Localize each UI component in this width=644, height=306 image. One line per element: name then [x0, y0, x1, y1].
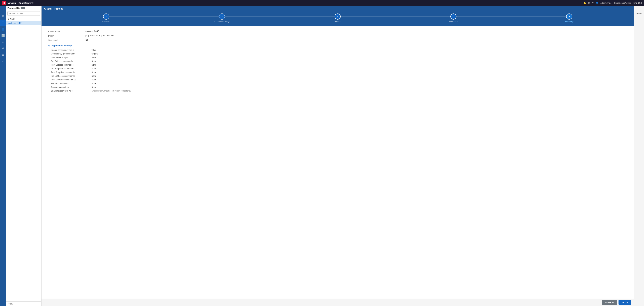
step-2-circle: 2 [219, 13, 225, 19]
nav-nodes[interactable]: ⊕ [0, 45, 6, 51]
mail-icon[interactable]: ✉ [588, 2, 590, 4]
app-settings-field-label: Enable consistency group [51, 49, 92, 51]
step-2-label: Application Settings [214, 20, 230, 23]
sidebar-table-header: ☰ Name [6, 17, 41, 21]
step-4-label: Notification [449, 20, 458, 23]
step-1-circle: 1 [103, 13, 109, 19]
wizard-stepper: 1 Resource 2 Application Settings 3 Poli… [42, 11, 634, 26]
app-settings-field-label: Post UnQuiesce commands [51, 79, 92, 81]
sidebar-plugin-row: PostgreSQL ▼ [6, 6, 41, 10]
app-settings-field-value: None [92, 67, 96, 70]
app-settings-field-row: Custom parametersNone [48, 86, 627, 88]
page-title: Cluster - Protect [44, 7, 63, 10]
send-email-value: No [86, 39, 88, 41]
netapp-logo: N [2, 1, 6, 5]
app-settings-field-value: None [92, 86, 96, 88]
app-brand: NetApp SnapCenter® [8, 2, 34, 4]
nav-hosts[interactable]: 👤 [0, 26, 6, 32]
cluster-name-row: Cluster name postgres_5432 [48, 30, 627, 33]
user-icon: 👤 [596, 2, 598, 4]
app-settings-field-value: false [92, 56, 96, 59]
cluster-name-value: postgres_5432 [86, 30, 99, 32]
step-1: 1 Resource [48, 13, 164, 23]
app-settings-field-value: Urgent [92, 53, 98, 55]
app-settings-section-header: ⊙ Application Settings [48, 44, 627, 47]
main-layout: ‹ ⊞ 🛡 👤 📊 ⬡ ⊕ ☰ ⚠ PostgreSQL ▼ ☰ Name po… [0, 6, 644, 306]
nav-topology[interactable]: ⬡ [0, 39, 6, 45]
info-icon: ℹ [638, 8, 640, 12]
nav-reports[interactable]: 📊 [0, 32, 6, 38]
app-settings-field-label: Pre Exit commands [51, 82, 92, 85]
app-settings-field-row: Snapshot copy tool typeSnapcenter withou… [48, 90, 627, 92]
details-label: Details [636, 12, 642, 14]
plugin-dropdown-btn[interactable]: ▼ [21, 7, 25, 9]
signout-link[interactable]: Sign Out [633, 2, 642, 4]
finish-button[interactable]: Finish [618, 300, 631, 305]
app-settings-field-value: None [92, 82, 96, 85]
app-settings-field-value: false [92, 49, 96, 51]
step-2: 2 Application Settings [164, 13, 280, 23]
user-name: administrator [600, 2, 612, 4]
step-5: 5 Summary [511, 13, 627, 23]
search-input[interactable] [8, 11, 40, 16]
nav-list[interactable]: ☰ [0, 52, 6, 58]
app-settings-field-label: Pre Quiesce commands [51, 60, 92, 62]
app-settings-icon: ⊙ [48, 44, 50, 47]
policy-row: Policy psql online backup: On demand [48, 34, 627, 37]
step-5-circle: 5 [566, 13, 572, 19]
sidebar: PostgreSQL ▼ ☰ Name postgres_5432 Total … [6, 6, 42, 306]
app-settings-field-row: Pre Snapshot commandsNone [48, 67, 627, 70]
app-settings-field-row: Post Snapshot commandsNone [48, 71, 627, 74]
step-4: 4 Notification [396, 13, 511, 23]
form-content: Cluster name postgres_5432 Policy psql o… [42, 26, 634, 299]
tenant-name: SnapCenterAdmin [614, 2, 631, 4]
top-bar: N NetApp SnapCenter® 🔔 ✉ ? 👤 administrat… [0, 0, 644, 6]
sidebar-item-postgres[interactable]: postgres_5432 [6, 21, 41, 25]
app-settings-field-row: Pre Exit commandsNone [48, 82, 627, 85]
content-area: Cluster - Protect 1 Resource 2 Applicati… [42, 6, 634, 306]
app-settings-field-label: Pre UnQuiesce commands [51, 75, 92, 77]
help-icon[interactable]: ? [592, 2, 594, 4]
step-3-circle: 3 [334, 13, 341, 19]
app-settings-field-label: Snapshot copy tool type [51, 90, 92, 92]
app-settings-field-row: Post UnQuiesce commandsNone [48, 79, 627, 81]
previous-button[interactable]: Previous [602, 300, 617, 305]
send-email-row: Send email No [48, 39, 627, 41]
app-settings-field-value: Snapcenter without File System consisten… [92, 90, 131, 92]
app-settings-field-label: Consistency group timeout [51, 53, 92, 55]
app-settings-field-row: Enable consistency groupfalse [48, 49, 627, 51]
step-3-label: Policies [334, 20, 341, 23]
policy-label: Policy [48, 34, 86, 37]
nav-dashboard[interactable]: ⊞ [0, 13, 6, 19]
sidebar-footer: Total 1 [6, 302, 41, 306]
icon-nav: ‹ ⊞ 🛡 👤 📊 ⬡ ⊕ ☰ ⚠ [0, 6, 6, 306]
app-settings-field-label: Post Quiesce commands [51, 64, 92, 66]
app-settings-field-row: Consistency group timeoutUrgent [48, 53, 627, 55]
cluster-name-label: Cluster name [48, 30, 86, 33]
plugin-name: PostgreSQL [8, 7, 20, 9]
sidebar-col-name: Name [10, 18, 16, 20]
app-settings-field-row: Disable WAFL syncfalse [48, 56, 627, 59]
app-settings-field-row: Pre Quiesce commandsNone [48, 60, 627, 62]
app-settings-field-value: None [92, 79, 96, 81]
step-1-label: Resource [102, 20, 110, 23]
nav-protection[interactable]: 🛡 [0, 19, 6, 26]
app-settings-field-label: Pre Snapshot commands [51, 67, 92, 70]
nav-collapse[interactable]: ‹ [0, 7, 6, 13]
app-settings-field-value: None [92, 64, 96, 66]
details-panel: ℹ Details [634, 6, 644, 306]
app-settings-field-row: Pre UnQuiesce commandsNone [48, 75, 627, 77]
send-email-label: Send email [48, 39, 86, 41]
step-4-circle: 4 [450, 13, 456, 19]
step-3: 3 Policies [280, 13, 396, 23]
policy-value: psql online backup: On demand [86, 34, 114, 37]
app-settings-field-value: None [92, 75, 96, 77]
details-panel-item[interactable]: ℹ Details [636, 7, 643, 15]
app-settings-field-value: None [92, 60, 96, 62]
nav-alerts[interactable]: ⚠ [0, 58, 6, 64]
bottom-bar: Previous Finish [42, 299, 634, 306]
app-settings-field-label: Custom parameters [51, 86, 92, 88]
notifications-icon[interactable]: 🔔 [583, 2, 586, 4]
top-bar-right: 🔔 ✉ ? 👤 administrator SnapCenterAdmin Si… [583, 2, 642, 4]
app-settings-fields: Enable consistency groupfalseConsistency… [48, 49, 627, 92]
